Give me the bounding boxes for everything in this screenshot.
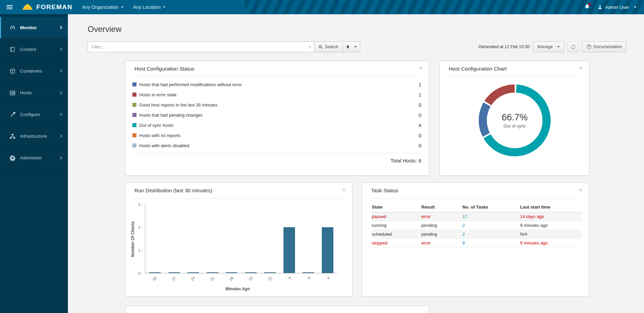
host-status-label[interactable]: Hosts with no reports [139,133,419,138]
host-status-row: Hosts in error state 1 [132,90,421,100]
task-count-link[interactable]: 17 [462,214,467,219]
task-row: scheduled pending 2 N/A [372,230,582,239]
card-title: Host Configuration Chart [449,66,507,72]
legend-swatch [132,133,136,137]
chevron-right-icon [59,91,62,94]
x-axis: 30272421181512963 [145,275,337,287]
sidebar-item-label: Containers [20,69,42,74]
task-row: running pending 2 9 minutes ago [372,221,582,230]
col-result: Result [421,202,462,212]
host-status-row: Good host reports in the last 35 minutes… [132,100,421,110]
sidebar-item-label: Administer [20,155,42,160]
caret-down-icon [557,46,560,47]
search-button[interactable]: Search [314,41,343,52]
chevron-right-icon [59,47,62,51]
sidebar-item-hosts[interactable]: Hosts [0,82,68,104]
bookmark-dropdown-button[interactable] [343,41,360,52]
generated-timestamp: Generated at 12 Feb 10:30 [479,44,530,49]
notifications-button[interactable] [584,4,590,11]
organization-selector[interactable]: Any Organization [82,4,124,10]
user-menu[interactable]: Admin User [597,5,637,10]
sidebar-item-label: Infrastructure [20,134,47,139]
legend-swatch [132,113,136,117]
task-count-link[interactable]: 2 [462,232,465,237]
host-status-value: 4 [419,122,421,128]
host-status-label[interactable]: Hosts in error state [139,92,419,97]
sidebar-item-infrastructure[interactable]: Infrastructure [0,125,68,147]
sidebar-item-administer[interactable]: Administer [0,147,68,169]
chevron-right-icon [59,134,62,138]
page-title: Overview [88,24,122,34]
caret-down-icon [634,6,637,8]
card-title: Task Status [371,188,398,194]
host-status-value: 0 [419,133,421,138]
sidebar-item-label: Hosts [20,90,32,95]
sidebar-item-monitor[interactable]: Monitor [0,17,68,39]
caret-down-icon [354,46,357,47]
host-status-value: 1 [419,92,421,98]
sidebar-item-content[interactable]: Content [0,39,68,60]
host-status-row: Hosts with alerts disabled 0 [132,140,421,151]
host-status-list: Hosts that had performed modifications w… [126,77,429,151]
col-state: State [372,202,421,212]
brand[interactable]: FOREMAN [22,3,73,12]
cube-icon [10,68,16,74]
bookmark-icon [346,45,350,49]
dashboard-toolbar: × Search Generated at 12 Feb 10:30 Manag… [88,41,626,52]
search-icon [318,45,323,49]
menu-toggle-icon[interactable] [0,0,19,14]
close-card-icon[interactable]: × [578,187,582,193]
wrench-icon [10,112,16,118]
clear-filter-icon[interactable]: × [309,44,312,50]
sidebar-item-configure[interactable]: Configure [0,104,68,125]
x-axis-title: Minutes Ago [225,287,250,291]
gear-icon [10,155,16,161]
chevron-right-icon [59,113,62,116]
legend-swatch [132,82,136,86]
host-status-label[interactable]: Good host reports in the last 35 minutes [139,102,419,107]
host-status-value: 0 [419,143,421,149]
task-row: paused error 17 14 days ago [372,212,582,221]
task-count-link[interactable]: 2 [462,223,465,228]
caret-down-icon [163,6,166,8]
donut-center-label: 66.7% Out of sync [487,93,542,148]
sidebar-item-containers[interactable]: Containers [0,60,68,82]
location-selector[interactable]: Any Location [133,4,166,10]
caret-down-icon [121,6,124,8]
y-axis: 3210 [130,204,143,273]
sidebar-item-label: Configure [20,112,40,117]
close-card-icon[interactable]: × [342,187,346,193]
host-status-label[interactable]: Hosts that had pending changes [139,113,419,118]
server-icon [10,90,16,96]
close-card-icon[interactable]: × [579,65,583,71]
main-content: Overview × Search Generated at 12 Feb 10… [68,14,644,313]
refresh-icon [571,44,576,50]
vertical-nav: Monitor Content Containers Hosts Configu… [0,14,68,313]
manage-dropdown-button[interactable]: Manage [533,41,564,52]
top-navbar: FOREMAN Any Organization Any Location Ad… [0,0,644,14]
host-status-row: Hosts with no reports 0 [132,130,421,140]
notification-badge [588,3,591,5]
legend-swatch [132,93,136,97]
legend-swatch [132,103,136,107]
host-status-label[interactable]: Out of sync hosts [139,123,419,128]
host-status-row: Hosts that had pending changes 0 [132,110,421,120]
host-status-row: Hosts that had performed modifications w… [132,79,421,90]
col-last-start-time: Last start time [520,202,582,212]
card-title: Run Distribution (last 30 minutes) [134,188,212,194]
host-configuration-status-card: Host Configuration Status × Hosts that h… [125,61,429,176]
chevron-right-icon [59,156,62,159]
filter-input[interactable] [88,41,314,52]
host-config-donut-chart[interactable]: 66.7% Out of sync [479,84,551,156]
task-row: stopped error 8 9 minutes ago [372,239,582,248]
tachometer-icon [10,25,16,31]
documentation-button[interactable]: ? Documentation [582,41,626,52]
task-count-link[interactable]: 8 [462,240,465,246]
foreman-logo-icon [22,3,33,12]
host-status-label[interactable]: Hosts with alerts disabled [139,143,419,148]
close-card-icon[interactable]: × [419,65,422,71]
host-configuration-chart-card: Host Configuration Chart × 66.7% Out of … [440,61,589,176]
host-status-label[interactable]: Hosts that had performed modifications w… [139,82,419,87]
table-header-row: State Result No. of Tasks Last start tim… [372,202,582,212]
refresh-button[interactable] [568,41,579,52]
